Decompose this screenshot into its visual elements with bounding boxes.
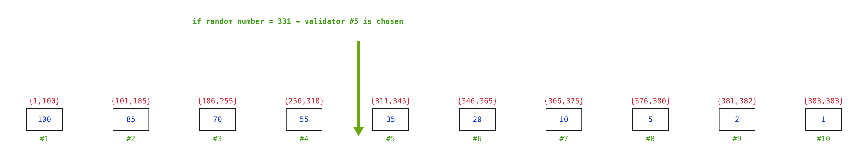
validator-col: {256,310} 55 #4 [263,96,345,143]
validator-stake: 5 [648,115,653,123]
validator-range: {1,100} [29,96,60,105]
validator-index: #4 [300,134,309,143]
validator-stake: 20 [473,115,482,123]
validator-box: 20 [459,108,496,131]
validator-box: 35 [372,108,409,131]
validator-range: {366,375} [544,96,584,105]
validator-box: 2 [719,108,755,131]
validator-range: {186,255} [197,96,238,105]
validator-stake: 100 [38,115,51,123]
validator-range: {383,383} [803,96,844,105]
validator-row: {1,100} 100 #1 {101,185} 85 #2 {186,255}… [0,96,868,163]
validator-box: 55 [286,108,322,131]
validator-col: {186,255} 70 #3 [177,96,258,143]
headline-text: if random number = 331 ⇒ validator #5 is… [192,17,403,26]
validator-col: {376,380} 5 #8 [610,96,691,143]
validator-index: #7 [559,134,568,143]
validator-stake: 70 [213,115,222,123]
validator-stake: 10 [559,115,568,123]
validator-range: {311,345} [370,96,411,105]
validator-index: #9 [733,134,742,143]
validator-stake: 35 [386,115,395,123]
validator-index: #5 [386,134,395,143]
validator-col: {381,382} 2 #9 [696,96,778,143]
validator-box: 5 [632,108,669,131]
validator-col: {311,345} 35 #5 [350,96,432,143]
validator-range: {346,365} [457,96,498,105]
validator-box: 100 [26,108,63,131]
validator-box: 85 [113,108,149,131]
validator-col: {101,185} 85 #2 [90,96,172,143]
validator-index: #3 [213,134,222,143]
validator-box: 1 [805,108,842,131]
validator-box: 10 [546,108,582,131]
validator-index: #6 [473,134,482,143]
validator-col: {346,365} 20 #6 [436,96,518,143]
validator-stake: 55 [300,115,309,123]
validator-box: 70 [199,108,236,131]
validator-range: {101,185} [111,96,151,105]
validator-index: #10 [817,134,830,143]
validator-col: {1,100} 100 #1 [3,96,85,143]
validator-range: {256,310} [284,96,324,105]
validator-index: #8 [646,134,655,143]
validator-index: #1 [40,134,49,143]
diagram-stage: if random number = 331 ⇒ validator #5 is… [0,0,868,167]
validator-col: {383,383} 1 #10 [783,96,865,143]
validator-stake: 2 [735,115,739,123]
validator-range: {381,382} [717,96,757,105]
validator-stake: 85 [127,115,135,123]
validator-index: #2 [127,134,135,143]
validator-stake: 1 [822,115,826,123]
validator-col: {366,375} 10 #7 [523,96,605,143]
validator-range: {376,380} [630,96,671,105]
